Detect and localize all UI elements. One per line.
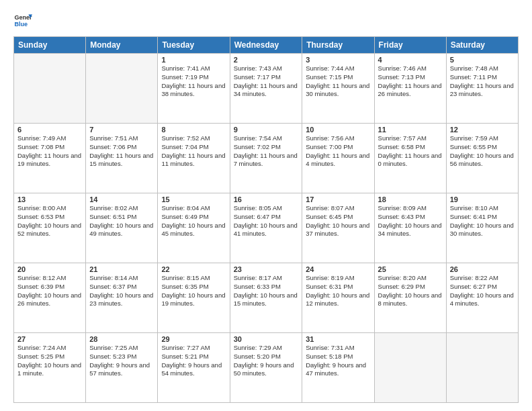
day-number: 28 [89,335,154,343]
day-info: Sunrise: 7:51 AMSunset: 7:06 PMDaylight:… [89,134,154,169]
day-cell [446,333,518,403]
weekday-header-row: SundayMondayTuesdayWednesdayThursdayFrid… [14,37,519,54]
day-number: 21 [89,265,154,273]
week-row-2: 6Sunrise: 7:49 AMSunset: 7:08 PMDaylight… [14,124,519,193]
day-number: 3 [306,56,370,64]
day-number: 25 [378,265,443,273]
day-info: Sunrise: 7:49 AMSunset: 7:08 PMDaylight:… [17,134,82,169]
day-info: Sunrise: 8:15 AMSunset: 6:35 PMDaylight:… [161,274,226,308]
day-cell: 30Sunrise: 7:29 AMSunset: 5:20 PMDayligh… [230,333,302,403]
day-cell: 25Sunrise: 8:20 AMSunset: 6:29 PMDayligh… [374,263,446,333]
day-number: 15 [161,195,226,203]
day-info: Sunrise: 7:31 AMSunset: 5:18 PMDaylight:… [306,344,370,378]
day-cell: 5Sunrise: 7:48 AMSunset: 7:11 PMDaylight… [446,54,518,124]
day-info: Sunrise: 7:59 AMSunset: 6:55 PMDaylight:… [450,134,515,169]
day-info: Sunrise: 8:14 AMSunset: 6:37 PMDaylight:… [89,274,154,308]
day-info: Sunrise: 8:07 AMSunset: 6:45 PMDaylight:… [306,204,370,238]
day-number: 11 [378,126,443,134]
day-number: 27 [17,335,82,343]
week-row-1: 1Sunrise: 7:41 AMSunset: 7:19 PMDaylight… [14,54,519,124]
day-number: 10 [306,126,370,134]
day-cell: 2Sunrise: 7:43 AMSunset: 7:17 PMDaylight… [230,54,302,124]
day-info: Sunrise: 7:44 AMSunset: 7:15 PMDaylight:… [306,64,370,99]
day-info: Sunrise: 7:29 AMSunset: 5:20 PMDaylight:… [234,344,299,378]
day-cell: 12Sunrise: 7:59 AMSunset: 6:55 PMDayligh… [446,124,518,193]
day-cell: 21Sunrise: 8:14 AMSunset: 6:37 PMDayligh… [86,263,158,333]
week-row-3: 13Sunrise: 8:00 AMSunset: 6:53 PMDayligh… [14,193,519,263]
day-cell: 22Sunrise: 8:15 AMSunset: 6:35 PMDayligh… [158,263,230,333]
day-cell: 24Sunrise: 8:19 AMSunset: 6:31 PMDayligh… [302,263,374,333]
day-info: Sunrise: 8:17 AMSunset: 6:33 PMDaylight:… [234,274,299,308]
weekday-tuesday: Tuesday [158,37,230,54]
day-cell: 7Sunrise: 7:51 AMSunset: 7:06 PMDaylight… [86,124,158,193]
day-info: Sunrise: 7:41 AMSunset: 7:19 PMDaylight:… [161,64,226,99]
day-cell: 9Sunrise: 7:54 AMSunset: 7:02 PMDaylight… [230,124,302,193]
day-cell: 3Sunrise: 7:44 AMSunset: 7:15 PMDaylight… [302,54,374,124]
day-cell: 19Sunrise: 8:10 AMSunset: 6:41 PMDayligh… [446,193,518,263]
day-number: 29 [161,335,226,343]
day-info: Sunrise: 8:00 AMSunset: 6:53 PMDaylight:… [17,204,82,238]
week-row-4: 20Sunrise: 8:12 AMSunset: 6:39 PMDayligh… [14,263,519,333]
day-cell: 20Sunrise: 8:12 AMSunset: 6:39 PMDayligh… [14,263,86,333]
day-info: Sunrise: 8:09 AMSunset: 6:43 PMDaylight:… [378,204,443,238]
day-cell: 31Sunrise: 7:31 AMSunset: 5:18 PMDayligh… [302,333,374,403]
day-number: 31 [306,335,370,343]
day-info: Sunrise: 7:56 AMSunset: 7:00 PMDaylight:… [306,134,370,169]
day-number: 30 [234,335,299,343]
day-cell: 14Sunrise: 8:02 AMSunset: 6:51 PMDayligh… [86,193,158,263]
day-cell: 10Sunrise: 7:56 AMSunset: 7:00 PMDayligh… [302,124,374,193]
day-cell: 11Sunrise: 7:57 AMSunset: 6:58 PMDayligh… [374,124,446,193]
day-cell: 29Sunrise: 7:27 AMSunset: 5:21 PMDayligh… [158,333,230,403]
logo: General Blue [13,11,32,30]
day-info: Sunrise: 8:12 AMSunset: 6:39 PMDaylight:… [17,274,82,308]
day-cell: 27Sunrise: 7:24 AMSunset: 5:25 PMDayligh… [14,333,86,403]
weekday-saturday: Saturday [446,37,518,54]
day-number: 13 [17,195,82,203]
day-number: 16 [234,195,299,203]
day-number: 4 [378,56,443,64]
day-cell: 26Sunrise: 8:22 AMSunset: 6:27 PMDayligh… [446,263,518,333]
day-info: Sunrise: 8:02 AMSunset: 6:51 PMDaylight:… [89,204,154,238]
day-info: Sunrise: 8:10 AMSunset: 6:41 PMDaylight:… [450,204,515,238]
weekday-sunday: Sunday [14,37,86,54]
day-number: 22 [161,265,226,273]
day-number: 23 [234,265,299,273]
day-cell [86,54,158,124]
day-info: Sunrise: 7:54 AMSunset: 7:02 PMDaylight:… [234,134,299,169]
day-number: 26 [450,265,515,273]
weekday-monday: Monday [86,37,158,54]
day-cell [374,333,446,403]
day-info: Sunrise: 7:27 AMSunset: 5:21 PMDaylight:… [161,344,226,378]
day-number: 9 [234,126,299,134]
day-info: Sunrise: 7:48 AMSunset: 7:11 PMDaylight:… [450,64,515,99]
day-info: Sunrise: 7:57 AMSunset: 6:58 PMDaylight:… [378,134,443,169]
day-number: 17 [306,195,370,203]
weekday-friday: Friday [374,37,446,54]
day-cell: 8Sunrise: 7:52 AMSunset: 7:04 PMDaylight… [158,124,230,193]
calendar: SundayMondayTuesdayWednesdayThursdayFrid… [13,36,519,403]
header: General Blue [13,11,519,30]
day-info: Sunrise: 7:25 AMSunset: 5:23 PMDaylight:… [89,344,154,378]
day-number: 1 [161,56,226,64]
day-info: Sunrise: 7:24 AMSunset: 5:25 PMDaylight:… [17,344,82,378]
day-info: Sunrise: 8:20 AMSunset: 6:29 PMDaylight:… [378,274,443,308]
day-number: 5 [450,56,515,64]
day-number: 19 [450,195,515,203]
day-info: Sunrise: 8:19 AMSunset: 6:31 PMDaylight:… [306,274,370,308]
weekday-thursday: Thursday [302,37,374,54]
day-number: 14 [89,195,154,203]
day-info: Sunrise: 7:46 AMSunset: 7:13 PMDaylight:… [378,64,443,99]
day-cell: 17Sunrise: 8:07 AMSunset: 6:45 PMDayligh… [302,193,374,263]
day-number: 24 [306,265,370,273]
day-cell: 15Sunrise: 8:04 AMSunset: 6:49 PMDayligh… [158,193,230,263]
day-cell: 18Sunrise: 8:09 AMSunset: 6:43 PMDayligh… [374,193,446,263]
day-cell: 16Sunrise: 8:05 AMSunset: 6:47 PMDayligh… [230,193,302,263]
weekday-wednesday: Wednesday [230,37,302,54]
day-cell: 23Sunrise: 8:17 AMSunset: 6:33 PMDayligh… [230,263,302,333]
day-cell: 4Sunrise: 7:46 AMSunset: 7:13 PMDaylight… [374,54,446,124]
day-number: 7 [89,126,154,134]
day-cell: 6Sunrise: 7:49 AMSunset: 7:08 PMDaylight… [14,124,86,193]
page: General Blue SundayMondayTuesdayWednesda… [0,0,532,411]
day-number: 2 [234,56,299,64]
day-number: 12 [450,126,515,134]
